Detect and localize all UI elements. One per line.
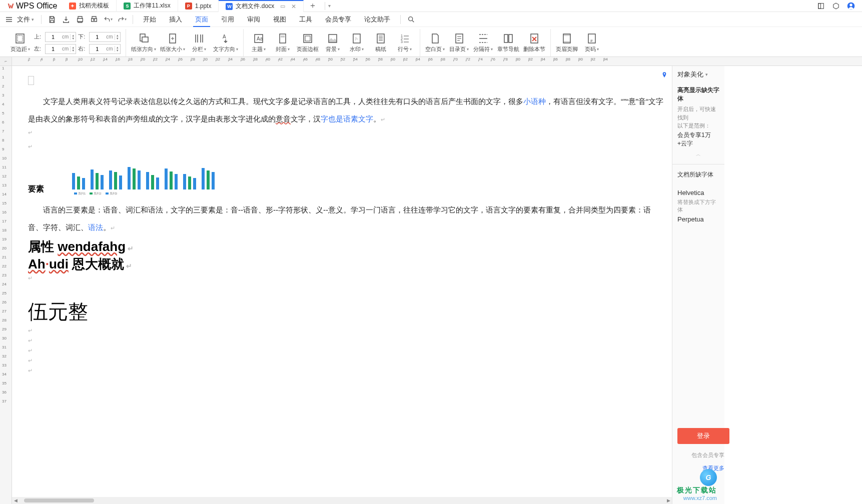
margin-left-label: 左: bbox=[34, 45, 43, 52]
margin-right-spinner[interactable]: cm▲▼ bbox=[89, 44, 120, 54]
text-direction-button[interactable]: A文字方向▾ bbox=[213, 32, 238, 53]
columns-button[interactable]: 分栏▾ bbox=[189, 32, 209, 53]
panel-title[interactable]: 对象美化▾ bbox=[677, 70, 719, 79]
embedded-chart[interactable]: 系列1系列2系列3 bbox=[69, 160, 149, 194]
svg-text:A: A bbox=[223, 34, 226, 40]
margin-left-input[interactable] bbox=[46, 46, 61, 52]
para-mark: ↵ bbox=[28, 338, 33, 344]
menutab-thesis[interactable]: 论文助手 bbox=[358, 12, 396, 27]
scroll-right-icon[interactable]: ▶ bbox=[665, 498, 672, 503]
margin-bottom-input[interactable] bbox=[90, 34, 105, 40]
background-button[interactable]: 背景▾ bbox=[323, 32, 343, 53]
link-small-language[interactable]: 小语种 bbox=[523, 97, 546, 106]
svg-rect-7 bbox=[18, 36, 23, 42]
stepper-arrows-icon[interactable]: ▲▼ bbox=[115, 34, 120, 40]
menutab-vip[interactable]: 会员专享 bbox=[319, 12, 357, 27]
search-icon[interactable] bbox=[407, 15, 416, 24]
app-brand-label: WPS Office bbox=[16, 2, 57, 10]
theme-button[interactable]: Aa主题▾ bbox=[249, 32, 269, 53]
tab-xlsx[interactable]: S 工作簿11.xlsx bbox=[117, 0, 178, 12]
stepper-arrows-icon[interactable]: ▲▼ bbox=[70, 34, 76, 40]
stepper-arrows-icon[interactable]: ▲▼ bbox=[115, 46, 120, 52]
blank-page-button[interactable]: 空白页▾ bbox=[425, 32, 445, 53]
svg-rect-17 bbox=[305, 36, 310, 41]
file-menu-button[interactable]: 文件 ▾ bbox=[14, 15, 37, 24]
divider bbox=[672, 164, 724, 164]
orientation-button[interactable]: 纸张方向▾ bbox=[131, 32, 156, 53]
document-page[interactable]: 文字是人类用表义符号记录表达信息以传之久远的方式和工具。现代文字多是记录语言的工… bbox=[28, 76, 663, 501]
margin-top-input[interactable] bbox=[46, 34, 61, 40]
hamburger-icon[interactable] bbox=[5, 16, 13, 24]
watermark-button[interactable]: A水印▾ bbox=[347, 32, 367, 53]
margin-left-spinner[interactable]: cm▲▼ bbox=[45, 44, 76, 54]
print-icon[interactable] bbox=[76, 15, 85, 24]
export-icon[interactable] bbox=[62, 15, 71, 24]
paragraph-2[interactable]: 语言的三要素是：语音、词汇和语法，文字的三要素是：音--语音、形--字符形状、义… bbox=[28, 202, 663, 236]
separator-button[interactable]: 分隔符▾ bbox=[473, 32, 493, 53]
document-scroll-area[interactable]: 文字是人类用表义符号记录表达信息以传之久远的方式和工具。现代文字多是记录语言的工… bbox=[12, 66, 672, 504]
svg-rect-9 bbox=[142, 37, 148, 42]
tab-close-icon[interactable]: ✕ bbox=[291, 3, 296, 10]
margin-right-input[interactable] bbox=[90, 46, 105, 52]
cover-button[interactable]: 封面▾ bbox=[273, 32, 293, 53]
tab-label: 文档文件.docx bbox=[236, 2, 274, 10]
chapter-nav-button[interactable]: 章节导航 bbox=[497, 32, 519, 53]
menutab-view[interactable]: 视图 bbox=[267, 12, 292, 27]
divider bbox=[41, 15, 42, 24]
margin-top-spinner[interactable]: cm▲▼ bbox=[45, 32, 76, 42]
scrollbar-thumb[interactable] bbox=[24, 498, 94, 502]
paper-size-button[interactable]: 纸张大小▾ bbox=[160, 32, 185, 53]
tab-label: 找稻壳模板 bbox=[79, 2, 109, 10]
tab-overflow-icon[interactable]: ▾ bbox=[328, 3, 331, 8]
stepper-arrows-icon[interactable]: ▲▼ bbox=[70, 46, 76, 52]
redo-icon[interactable]: ▾ bbox=[118, 15, 127, 24]
page-margin-button[interactable]: 页边距▾ bbox=[10, 32, 30, 53]
line-number-button[interactable]: 123行号▾ bbox=[395, 32, 415, 53]
missing-font-2[interactable]: Perpetua bbox=[677, 214, 719, 225]
window-box-icon[interactable] bbox=[832, 2, 840, 10]
window-layout-icon[interactable] bbox=[817, 2, 825, 10]
see-more-link[interactable]: 查看更多 bbox=[702, 464, 724, 472]
menutab-page[interactable]: 页面 bbox=[189, 12, 214, 27]
svg-text:#: # bbox=[590, 38, 593, 43]
link-grammar[interactable]: 语法 bbox=[88, 223, 103, 232]
heading-attributes[interactable]: 属性 wendafahg ↵ bbox=[28, 238, 663, 256]
menutab-insert[interactable]: 插入 bbox=[163, 12, 188, 27]
heading-line2[interactable]: Ah·udi 恩大概就 ↵ bbox=[28, 256, 663, 273]
header-footer-button[interactable]: 页眉页脚 bbox=[556, 32, 578, 53]
tab-pptx[interactable]: P 1.pptx bbox=[178, 0, 219, 12]
toc-page-button[interactable]: 目录页▾ bbox=[449, 32, 469, 53]
menutab-start[interactable]: 开始 bbox=[137, 12, 162, 27]
undo-icon[interactable]: ▾ bbox=[104, 15, 113, 24]
margin-right-label: 右: bbox=[78, 45, 87, 52]
save-icon[interactable] bbox=[48, 15, 57, 24]
section-title[interactable]: 要素 bbox=[28, 184, 44, 194]
scroll-left-icon[interactable]: ◀ bbox=[12, 498, 19, 503]
margin-bottom-spinner[interactable]: cm▲▼ bbox=[89, 32, 120, 42]
draft-paper-button[interactable]: 稿纸 bbox=[371, 32, 391, 53]
horizontal-ruler[interactable]: ⌐ 24681012141618202224262830323436384042… bbox=[0, 57, 862, 66]
login-button[interactable]: 登录 bbox=[677, 428, 729, 444]
print-preview-icon[interactable] bbox=[90, 15, 99, 24]
delete-section-button[interactable]: 删除本节 bbox=[523, 32, 545, 53]
link-morpheme[interactable]: 字也是语素文字 bbox=[321, 114, 373, 123]
menutab-review[interactable]: 审阅 bbox=[241, 12, 266, 27]
page-number-button[interactable]: #页码▾ bbox=[582, 32, 602, 53]
large-text[interactable]: 伍元整 bbox=[28, 298, 663, 326]
wps-logo-icon bbox=[7, 2, 14, 10]
missing-font-1[interactable]: Helvetica bbox=[677, 187, 719, 198]
horizontal-scrollbar[interactable]: ◀ ▶ bbox=[12, 497, 672, 504]
menutab-tools[interactable]: 工具 bbox=[293, 12, 318, 27]
add-tab-button[interactable]: ＋ bbox=[304, 0, 322, 11]
collapse-up-icon[interactable]: ︿ bbox=[677, 151, 719, 158]
menu-row: 文件 ▾ ▾ ▾ 开始 插入 页面 引用 审阅 视图 工具 会员专享 论文助手 bbox=[0, 12, 862, 27]
svg-rect-27 bbox=[509, 34, 512, 42]
page-border-button[interactable]: 页面边框 bbox=[297, 32, 319, 53]
tab-minimize-icon[interactable]: ▭ bbox=[280, 3, 285, 10]
paragraph-1[interactable]: 文字是人类用表义符号记录表达信息以传之久远的方式和工具。现代文字多是记录语言的工… bbox=[28, 93, 663, 128]
user-avatar-icon[interactable] bbox=[847, 2, 855, 10]
tab-docx[interactable]: W 文档文件.docx ▭ ✕ bbox=[219, 0, 304, 12]
menutab-reference[interactable]: 引用 bbox=[215, 12, 240, 27]
tab-templates[interactable]: ✦ 找稻壳模板 bbox=[62, 0, 117, 12]
vertical-ruler[interactable]: 1123456789101112131415161718192021222324… bbox=[0, 66, 12, 504]
